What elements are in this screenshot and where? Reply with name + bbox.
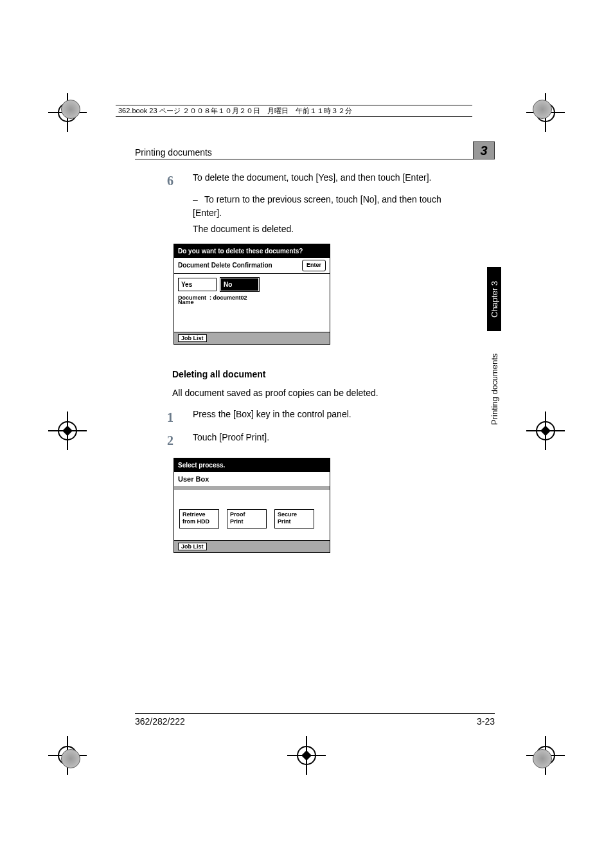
page-header: Printing documents 3: [135, 141, 495, 159]
side-tab-chapter: Chapter 3: [487, 267, 501, 331]
no-button[interactable]: No: [220, 278, 259, 291]
panel-subtitle-row: Document Delete Confirmation Enter: [174, 258, 330, 274]
select-process-panel: Select process. User Box Retrievefrom HD…: [173, 458, 330, 553]
yes-button[interactable]: Yes: [178, 278, 217, 291]
corner-ornament-icon: [61, 749, 80, 768]
step-number: 1: [167, 408, 193, 427]
step-6: 6 To delete the document, touch [Yes], a…: [167, 171, 469, 190]
joblist-bar: Job List: [174, 540, 330, 552]
footer-left: 362/282/222: [135, 716, 185, 727]
retrieve-hdd-button[interactable]: Retrievefrom HDD: [179, 509, 219, 529]
panel-userbox: User Box: [174, 472, 330, 491]
secure-print-button[interactable]: SecurePrint: [274, 509, 314, 529]
corner-ornament-icon: [533, 100, 552, 119]
panel-title: Select process.: [174, 458, 330, 472]
side-tab-section: Printing documents: [487, 334, 501, 444]
step-number: 6: [167, 171, 193, 190]
delete-confirm-panel: Do you want to delete these documents? D…: [173, 244, 330, 345]
page-meta: 362.book 23 ページ ２００８年１０月２０日 月曜日 午前１１時３２分: [116, 105, 472, 117]
substep-text: To return to the previous screen, touch …: [193, 194, 441, 218]
header-title: Printing documents: [135, 147, 212, 158]
step-1: 1 Press the [Box] key in the control pan…: [167, 408, 469, 427]
joblist-bar: Job List: [174, 332, 330, 344]
proof-print-button[interactable]: ProofPrint: [227, 509, 267, 529]
panel-subtitle: Document Delete Confirmation: [178, 260, 272, 270]
section-heading: Deleting all document: [172, 368, 469, 381]
step-text: Touch [Proof Print].: [193, 431, 469, 450]
crop-mark-icon: [526, 411, 565, 450]
section-body: All document saved as proof copies can b…: [172, 386, 469, 400]
footer-right: 3-23: [477, 716, 495, 727]
step-substep: –To return to the previous screen, touch…: [193, 193, 469, 220]
chapter-badge: 3: [473, 141, 495, 159]
panel-body: Retrievefrom HDD ProofPrint SecurePrint: [174, 490, 330, 540]
content-area: 6 To delete the document, touch [Yes], a…: [167, 167, 469, 553]
corner-ornament-icon: [61, 100, 80, 119]
page-footer: 362/282/222 3-23: [135, 713, 495, 727]
joblist-button[interactable]: Job List: [178, 334, 207, 342]
enter-button[interactable]: Enter: [302, 260, 326, 271]
panel-title: Do you want to delete these documents?: [174, 244, 330, 258]
corner-ornament-icon: [533, 749, 552, 768]
step-result: The document is deleted.: [193, 222, 469, 236]
document-name-row: Document : document02 Name: [178, 295, 326, 307]
panel-body: Yes No Document : document02 Name: [174, 274, 330, 332]
step-number: 2: [167, 431, 193, 450]
step-text: To delete the document, touch [Yes], and…: [193, 171, 469, 190]
step-text: Press the [Box] key in the control panel…: [193, 408, 469, 427]
crop-mark-icon: [287, 736, 326, 775]
crop-mark-icon: [48, 411, 87, 450]
step-2: 2 Touch [Proof Print].: [167, 431, 469, 450]
joblist-button[interactable]: Job List: [178, 543, 207, 550]
